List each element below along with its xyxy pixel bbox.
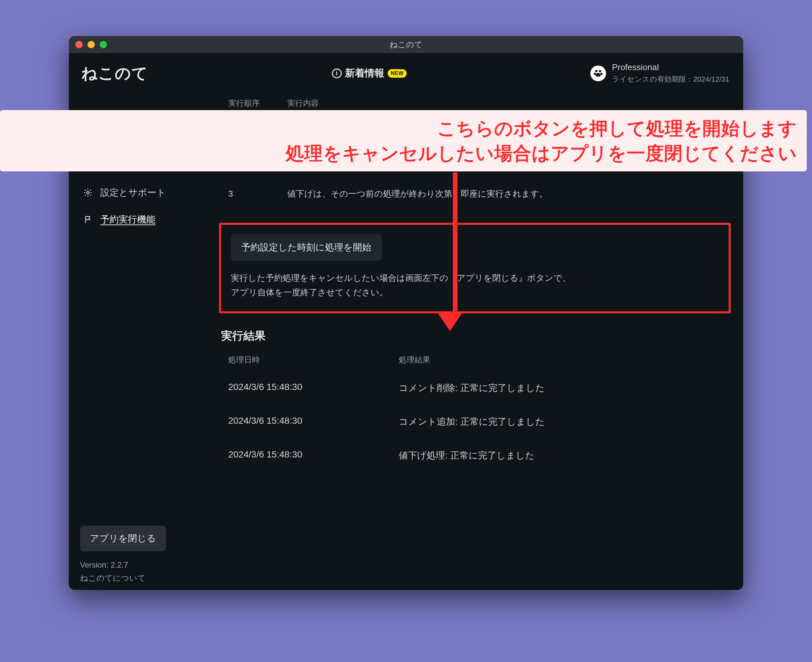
- cell-result: 値下げ処理: 正常に完了しました: [399, 449, 535, 462]
- info-icon: i: [332, 69, 342, 78]
- plan-name: Professional: [612, 62, 729, 72]
- app-brand: ねこのて: [81, 63, 148, 84]
- col-head-content: 実行内容: [287, 98, 319, 108]
- table-row: 2024/3/6 15:48:30 コメント削除: 正常に完了しました: [219, 371, 731, 405]
- cell-time: 2024/3/6 15:48:30: [228, 449, 399, 462]
- window-title: ねこのて: [390, 39, 422, 50]
- cell-content: 値下げは、その一つ前の処理が終わり次第、即座に実行されます。: [287, 188, 548, 199]
- cancel-note: 実行した予約処理をキャンセルしたい場合は画面左下の『アプリを閉じる』ボタンで、 …: [231, 271, 719, 299]
- sidebar-item-schedule[interactable]: 予約実行機能: [80, 209, 209, 230]
- maximize-window-icon[interactable]: [100, 41, 107, 48]
- annotation-arrow-icon: [448, 172, 462, 331]
- version-label: Version: 2.2.7: [80, 561, 209, 570]
- avatar: [590, 66, 606, 81]
- note-line: 実行した予約処理をキャンセルしたい場合は画面左下の『アプリを閉じる』ボタンで、: [231, 273, 571, 283]
- sidebar-item-label: 予約実行機能: [100, 213, 155, 226]
- new-badge: NEW: [388, 69, 407, 78]
- cell-result: コメント追加: 正常に完了しました: [399, 416, 545, 428]
- close-window-icon[interactable]: [76, 41, 83, 48]
- plan-expiry: ライセンスの有効期限：2024/12/31: [612, 74, 729, 84]
- start-schedule-button[interactable]: 予約設定した時刻に処理を開始: [231, 234, 382, 261]
- col-head-order: 実行順序: [228, 98, 267, 108]
- close-app-button[interactable]: アプリを閉じる: [80, 525, 166, 551]
- cell-time: 2024/3/6 15:48:30: [228, 382, 399, 394]
- news-link[interactable]: i 新着情報 NEW: [148, 66, 590, 80]
- result-table: 処理日時 処理結果 2024/3/6 15:48:30 コメント削除: 正常に完…: [219, 349, 731, 472]
- app-header: ねこのて i 新着情報 NEW Professional ライセンスの有効期限：…: [78, 53, 734, 92]
- svg-point-1: [599, 70, 601, 72]
- account-area[interactable]: Professional ライセンスの有効期限：2024/12/31: [590, 62, 729, 84]
- cell-result: コメント削除: 正常に完了しました: [399, 382, 545, 394]
- table-row: 2024/3/6 15:48:30 コメント追加: 正常に完了しました: [219, 405, 731, 439]
- svg-point-0: [595, 70, 598, 72]
- svg-point-3: [600, 72, 603, 75]
- col-head-result: 処理結果: [399, 355, 430, 365]
- annotation-line: 処理をキャンセルしたい場合はアプリを一度閉じてください: [10, 141, 797, 166]
- about-link[interactable]: ねこのてについて: [80, 573, 209, 583]
- svg-point-4: [87, 191, 89, 194]
- col-head-time: 処理日時: [228, 355, 399, 365]
- sidebar-item-label: 設定とサポート: [100, 186, 166, 199]
- start-panel: 予約設定した時刻に処理を開始 実行した予約処理をキャンセルしたい場合は画面左下の…: [219, 223, 731, 313]
- cell-time: 2024/3/6 15:48:30: [228, 416, 399, 428]
- table-row: 2024/3/6 15:48:30 値下げ処理: 正常に完了しました: [219, 439, 731, 472]
- results-title: 実行結果: [221, 328, 731, 344]
- sidebar-item-settings[interactable]: 設定とサポート: [80, 182, 209, 204]
- table-row: 3 値下げは、その一つ前の処理が終わり次第、即座に実行されます。: [219, 178, 731, 210]
- traffic-lights: [76, 41, 107, 48]
- news-label: 新着情報: [345, 66, 384, 80]
- minimize-window-icon[interactable]: [87, 41, 95, 48]
- annotation-line: こちらのボタンを押して処理を開始します: [10, 116, 797, 141]
- gear-icon: [83, 188, 93, 198]
- annotation-callout: こちらのボタンを押して処理を開始します 処理をキャンセルしたい場合はアプリを一度…: [0, 110, 807, 171]
- titlebar: ねこのて: [69, 36, 743, 53]
- cell-order: 3: [228, 189, 267, 199]
- flag-icon: [83, 214, 93, 225]
- note-line: アプリ自体を一度終了させてください。: [231, 288, 388, 297]
- svg-point-2: [594, 72, 596, 75]
